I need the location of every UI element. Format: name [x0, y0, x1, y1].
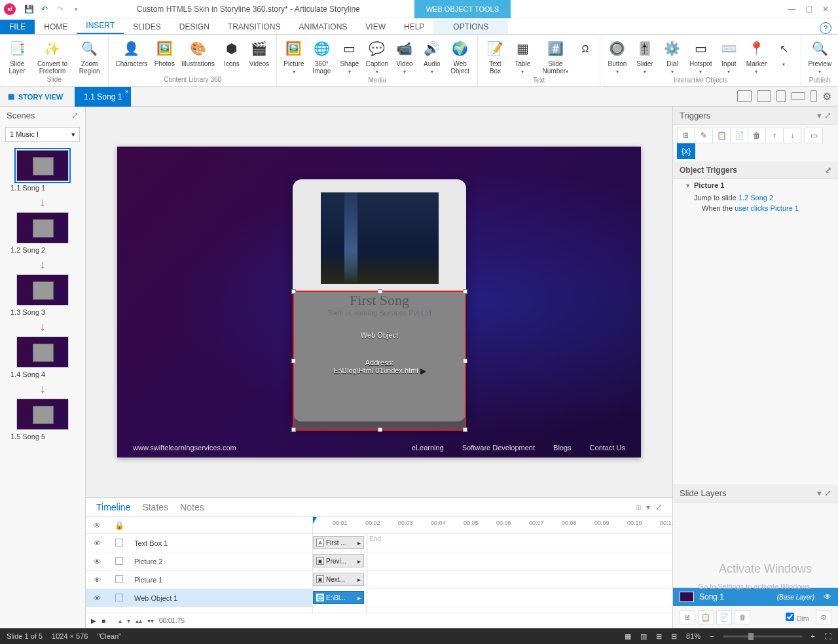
expand-icon[interactable]: ⤢ [825, 166, 831, 175]
slide-number-button[interactable]: #️⃣Slide Number▾ [537, 37, 574, 77]
timeline-row[interactable]: 👁Text Box 1 [86, 534, 312, 552]
footer-link[interactable]: eLearning [412, 444, 444, 452]
zoom-in-icon[interactable]: + [811, 632, 815, 640]
zoom-in-tl-icon[interactable]: ▾▾ [147, 617, 154, 624]
variables-button[interactable]: ▭ [805, 128, 823, 143]
tab-timeline[interactable]: Timeline [96, 502, 130, 512]
zoom-region-button[interactable]: 🔍Zoom Region [75, 37, 105, 76]
mouse-cursor-button[interactable]: ↖▾ [771, 37, 797, 69]
zoom-thumb[interactable] [748, 633, 754, 640]
restore-icon[interactable]: ⤢ [655, 503, 662, 512]
resize-handle-nw[interactable] [291, 289, 296, 294]
audio-button[interactable]: 🔊Audio▾ [419, 37, 445, 77]
qat-dropdown-icon[interactable]: ▾ [69, 3, 82, 16]
timeline-track[interactable]: AFirst ...▸ [313, 534, 672, 552]
illustrations-button[interactable]: 🎨Illustrations [179, 37, 217, 69]
marker-button[interactable]: 📍Marker▾ [743, 37, 769, 77]
resize-handle-w[interactable] [291, 359, 296, 363]
tab-design[interactable]: DESIGN [170, 20, 219, 34]
eye-column-icon[interactable]: 👁 [86, 521, 108, 530]
lock-column-icon[interactable]: 🔒 [108, 521, 130, 530]
zoom-out-tl-icon[interactable]: ▴▴ [136, 617, 142, 624]
device-tablet-landscape-icon[interactable] [757, 90, 771, 102]
copy-trigger-button[interactable]: 📋 [712, 128, 731, 143]
footer-link[interactable]: Blogs [553, 444, 572, 452]
scene-thumb[interactable] [16, 336, 69, 368]
playhead[interactable] [313, 517, 317, 524]
fit-icon[interactable]: ⛶ [824, 632, 831, 640]
new-trigger-button[interactable]: 🗎 [677, 128, 695, 143]
duplicate-layer-button[interactable]: 📋 [698, 610, 714, 624]
timeline-clip[interactable]: 🌐E:\Bl...▸ [313, 591, 364, 604]
zoom-out-icon[interactable]: − [710, 632, 714, 640]
textbox-button[interactable]: 📝Text Box [482, 37, 508, 76]
layer-up-button[interactable]: 🗑 [735, 610, 750, 624]
360-image-button[interactable]: 🌐360° Image [308, 37, 335, 76]
zoom-slider[interactable] [723, 635, 802, 637]
guides-icon[interactable]: ▥ [640, 632, 647, 641]
device-phone-landscape-icon[interactable] [791, 92, 805, 100]
base-layer-row[interactable]: Song 1 (Base Layer) 👁 [673, 588, 838, 606]
save-icon[interactable]: 💾 [22, 3, 35, 16]
snap-icon[interactable]: ⊟ [671, 632, 677, 641]
timeline-row[interactable]: 👁Web Object 1 [86, 589, 312, 607]
dim-checkbox[interactable] [786, 613, 794, 621]
close-tab-icon[interactable]: × [125, 88, 128, 95]
symbol-button[interactable]: Ω [575, 37, 596, 60]
scene-thumb[interactable] [16, 274, 69, 306]
story-view-button[interactable]: ▦STORY VIEW [0, 87, 71, 107]
manage-variables-button[interactable]: {x} [677, 143, 695, 159]
restore-icon[interactable]: ⤢ [824, 488, 831, 498]
timeline-track[interactable]: ▣Next...▸ [313, 571, 672, 589]
help-icon[interactable]: ? [820, 22, 831, 34]
photos-button[interactable]: 🖼️Photos [151, 37, 177, 69]
chevron-down-icon[interactable]: ▾ [817, 488, 822, 498]
collapse-down-icon[interactable]: ▾ [127, 617, 130, 624]
timeline-clip[interactable]: ▣Previ...▸ [313, 554, 364, 567]
device-desktop-icon[interactable] [737, 90, 752, 102]
collapse-up-icon[interactable]: ▴ [118, 617, 122, 624]
play-button[interactable]: ▶ [91, 617, 96, 624]
timeline-row[interactable]: 👁Picture 1 [86, 571, 312, 589]
trigger-when[interactable]: When the user clicks Picture 1 [673, 203, 838, 213]
tab-options[interactable]: OPTIONS [433, 20, 508, 34]
paste-trigger-button[interactable]: 📄 [730, 128, 748, 143]
tab-slides[interactable]: SLIDES [124, 20, 170, 34]
move-down-button[interactable]: ↓ [783, 128, 801, 143]
maximize-icon[interactable]: ▢ [800, 3, 817, 16]
eye-icon[interactable]: 👁 [824, 592, 831, 601]
move-up-button[interactable]: ↑ [765, 128, 784, 143]
icons-button[interactable]: ⬢Icons [219, 37, 245, 69]
timeline-track[interactable]: 🌐E:\Bl...▸ [313, 589, 672, 607]
footer-link[interactable]: Contact Us [590, 444, 625, 452]
slider-button[interactable]: 🎚️Slider▾ [632, 37, 658, 77]
tab-notes[interactable]: Notes [180, 502, 204, 512]
video-button[interactable]: 📹Video▾ [392, 37, 418, 77]
convert-freeform-button[interactable]: ✨Convert to Freeform [31, 37, 73, 76]
device-phone-portrait-icon[interactable] [811, 90, 817, 102]
tab-states[interactable]: States [142, 502, 168, 512]
resize-handle-ne[interactable] [463, 289, 467, 294]
undo-icon[interactable]: ↶ [38, 3, 51, 16]
timeline-ruler[interactable]: 00:0100:0200:0300:0400:0500:0600:0700:08… [313, 517, 672, 534]
collapse-icon[interactable]: ▾ [686, 181, 690, 189]
slide-tab[interactable]: 1.1 Song 1× [75, 87, 131, 107]
scene-thumb[interactable] [16, 399, 69, 430]
table-button[interactable]: ▦Table▾ [509, 37, 536, 77]
ruler-icon[interactable]: ⊞ [656, 632, 662, 641]
resize-handle-se[interactable] [463, 427, 467, 432]
resize-handle-sw[interactable] [291, 427, 296, 432]
align-icon[interactable]: ⎅ [636, 503, 641, 512]
delete-trigger-button[interactable]: 🗑 [748, 128, 766, 143]
eye-toggle[interactable]: 👁 [86, 539, 108, 547]
hotspot-button[interactable]: ▭Hotspot▾ [687, 37, 714, 77]
scene-thumb[interactable] [16, 150, 69, 181]
eye-toggle[interactable]: 👁 [86, 594, 108, 602]
lock-toggle[interactable] [108, 575, 130, 584]
resize-handle-s[interactable] [378, 427, 382, 432]
resize-handle-e[interactable] [463, 359, 467, 363]
gear-icon[interactable]: ⚙ [822, 90, 831, 103]
tab-home[interactable]: HOME [35, 20, 77, 34]
chevron-down-icon[interactable]: ▾ [817, 111, 822, 120]
tab-transitions[interactable]: TRANSITIONS [219, 20, 290, 34]
